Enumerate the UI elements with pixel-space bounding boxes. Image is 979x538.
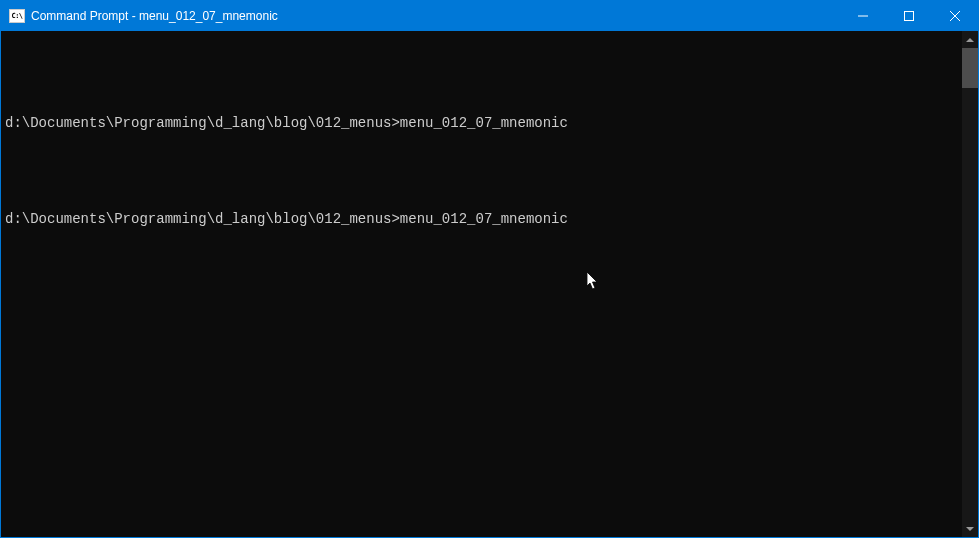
minimize-icon — [858, 11, 868, 21]
scroll-up-button[interactable] — [962, 31, 978, 48]
terminal-output[interactable]: d:\Documents\Programming\d_lang\blog\012… — [1, 31, 962, 537]
terminal-line: d:\Documents\Programming\d_lang\blog\012… — [5, 115, 958, 131]
command-prompt-window: C:\ Command Prompt - menu_012_07_mnemoni… — [0, 0, 979, 538]
vertical-scrollbar[interactable] — [962, 31, 978, 537]
terminal-line — [5, 67, 958, 83]
svg-rect-1 — [905, 12, 914, 21]
scroll-thumb[interactable] — [962, 48, 978, 88]
terminal-line — [5, 163, 958, 179]
app-icon-label: C:\ — [11, 13, 22, 20]
app-icon[interactable]: C:\ — [9, 9, 25, 23]
close-button[interactable] — [932, 1, 978, 31]
chevron-up-icon — [966, 38, 974, 42]
titlebar[interactable]: C:\ Command Prompt - menu_012_07_mnemoni… — [1, 1, 978, 31]
minimize-button[interactable] — [840, 1, 886, 31]
window-title: Command Prompt - menu_012_07_mnemonic — [31, 9, 278, 23]
scroll-down-button[interactable] — [962, 520, 978, 537]
chevron-down-icon — [966, 527, 974, 531]
maximize-button[interactable] — [886, 1, 932, 31]
maximize-icon — [904, 11, 914, 21]
window-controls — [840, 1, 978, 31]
terminal-line: d:\Documents\Programming\d_lang\blog\012… — [5, 211, 958, 227]
close-icon — [950, 11, 960, 21]
client-area: d:\Documents\Programming\d_lang\blog\012… — [1, 31, 978, 537]
